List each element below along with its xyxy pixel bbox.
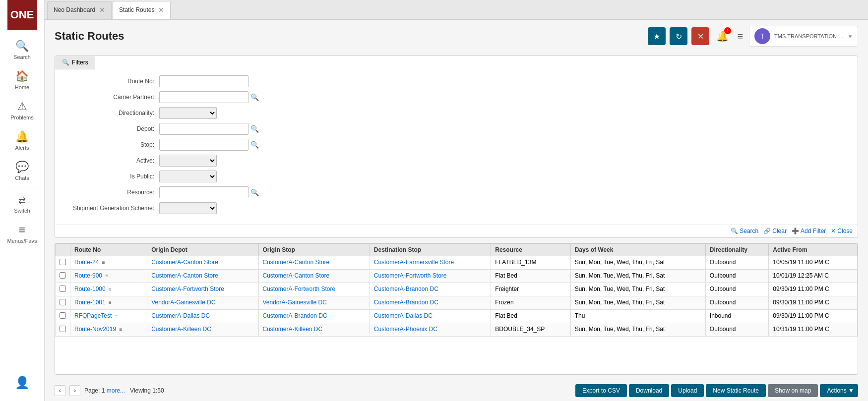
filter-label-route-no: Route No:	[65, 78, 159, 85]
origin-stop-link[interactable]: VendorA-Gainesville DC	[263, 299, 327, 306]
tab-close-static-routes[interactable]: ✕	[158, 6, 164, 13]
filter-select-shipment-gen[interactable]	[159, 202, 217, 214]
origin-stop-link[interactable]: CustomerA-Fortworth Store	[263, 286, 336, 292]
origin-stop-link[interactable]: CustomerA-Canton Store	[263, 259, 330, 266]
filter-select-directionality[interactable]: Inbound Outbound	[159, 107, 217, 119]
row-edit-icon[interactable]: ≡	[115, 313, 118, 319]
sidebar-item-chats[interactable]: 💬 Chats	[0, 156, 44, 186]
search-action-icon: 🔍	[731, 228, 738, 234]
origin-depot-link[interactable]: VendorA-Gainesville DC	[151, 299, 215, 306]
filter-search-action[interactable]: 🔍 Search	[731, 228, 758, 234]
route-no-link[interactable]: Route-Nov2019	[74, 326, 116, 333]
dest-stop-link[interactable]: CustomerA-Brandon DC	[374, 286, 438, 292]
origin-stop-link[interactable]: CustomerA-Brandon DC	[263, 312, 327, 319]
filter-tab[interactable]: 🔍 Filters	[55, 56, 95, 69]
sidebar-item-menus[interactable]: ≡ Menus/Favs	[0, 219, 44, 249]
depot-search-btn[interactable]: 🔍	[250, 125, 259, 133]
user-avatar-sidebar: 👤	[15, 376, 30, 390]
sidebar-item-search[interactable]: 🔍 Search	[0, 35, 44, 65]
row-checkbox[interactable]	[60, 286, 66, 292]
tab-neo-dashboard[interactable]: Neo Dashboard ✕	[47, 1, 112, 19]
sidebar-item-alerts[interactable]: 🔔 Alerts	[0, 125, 44, 156]
row-edit-icon[interactable]: ≡	[102, 260, 105, 265]
notification-badge: 1	[724, 27, 731, 34]
origin-depot-link[interactable]: CustomerA-Fortworth Store	[151, 286, 224, 292]
sidebar-item-user-profile[interactable]: 👤	[12, 371, 32, 396]
row-days: Sun, Mon, Tue, Wed, Thu, Fri, Sat	[570, 323, 705, 337]
origin-depot-link[interactable]: CustomerA-Killeen DC	[151, 326, 211, 333]
filter-panel: 🔍 Filters Route No: Carrier Partner: 🔍	[55, 56, 858, 238]
filter-input-route-no[interactable]	[159, 75, 248, 87]
star-button[interactable]: ★	[648, 27, 666, 45]
route-no-link[interactable]: Route-24	[74, 259, 99, 266]
dest-stop-link[interactable]: CustomerA-Fortworth Store	[374, 272, 447, 279]
download-button[interactable]: Download	[629, 384, 669, 397]
route-no-link[interactable]: Route-1001	[74, 299, 106, 306]
route-no-link[interactable]: Route-900	[74, 272, 102, 279]
refresh-button[interactable]: ↻	[670, 27, 687, 45]
export-csv-button[interactable]: Export to CSV	[575, 384, 627, 397]
filter-input-depot[interactable]	[159, 123, 248, 135]
sidebar-item-problems[interactable]: ⚠ Problems	[0, 95, 44, 125]
close-filter-label: Close	[837, 228, 853, 234]
next-page-btn[interactable]: ›	[69, 385, 80, 396]
hamburger-menu[interactable]: ≡	[735, 29, 745, 44]
origin-depot-link[interactable]: CustomerA-Canton Store	[151, 259, 218, 266]
notification-bell[interactable]: 🔔 1	[713, 27, 731, 45]
route-no-link[interactable]: RFQPageTest	[74, 312, 112, 319]
actions-button[interactable]: Actions ▼	[820, 384, 858, 397]
dest-stop-link[interactable]: CustomerA-Brandon DC	[374, 299, 438, 306]
filter-label-carrier-partner: Carrier Partner:	[65, 94, 159, 101]
row-edit-icon[interactable]: ≡	[109, 300, 112, 305]
row-edit-icon[interactable]: ≡	[105, 273, 108, 279]
tab-static-routes[interactable]: Static Routes ✕	[113, 1, 171, 19]
row-dest-stop: CustomerA-Phoenix DC	[370, 323, 491, 337]
row-edit-icon[interactable]: ≡	[119, 327, 122, 332]
resource-search-btn[interactable]: 🔍	[250, 188, 259, 196]
filter-input-resource[interactable]	[159, 186, 248, 198]
row-checkbox[interactable]	[60, 326, 66, 332]
filter-row-shipment-gen: Shipment Generation Scheme:	[65, 202, 848, 214]
sidebar-item-label: Problems	[10, 115, 33, 120]
row-checkbox[interactable]	[60, 259, 66, 265]
col-header-route-no: Route No	[70, 244, 147, 256]
row-checkbox[interactable]	[60, 312, 66, 319]
origin-stop-link[interactable]: CustomerA-Canton Store	[263, 272, 330, 279]
stop-search-btn[interactable]: 🔍	[250, 141, 259, 149]
row-checkbox[interactable]	[60, 299, 66, 305]
prev-page-btn[interactable]: ‹	[55, 385, 65, 396]
filter-input-stop[interactable]	[159, 139, 248, 151]
table-row: RFQPageTest ≡ CustomerA-Dallas DC Custom…	[56, 310, 858, 323]
filter-add-action[interactable]: ➕ Add Filter	[792, 228, 826, 234]
table-scroll[interactable]: Route No Origin Depot Origin Stop Destin…	[55, 243, 858, 374]
filter-row-stop: Stop: 🔍	[65, 139, 848, 151]
carrier-partner-search-btn[interactable]: 🔍	[250, 93, 259, 101]
route-no-link[interactable]: Route-1000	[74, 286, 106, 292]
upload-button[interactable]: Upload	[671, 384, 704, 397]
filter-select-is-public[interactable]: Yes No	[159, 171, 217, 182]
dest-stop-link[interactable]: CustomerA-Dallas DC	[374, 312, 433, 319]
filter-select-active[interactable]: Yes No	[159, 155, 217, 167]
dest-stop-link[interactable]: CustomerA-Phoenix DC	[374, 326, 437, 333]
close-button[interactable]: ✕	[691, 27, 709, 45]
user-info-panel[interactable]: T TMS.TRANSPORTATION MANAGER ▼	[749, 26, 858, 47]
origin-depot-link[interactable]: CustomerA-Canton Store	[151, 272, 218, 279]
home-icon: 🏠	[15, 70, 29, 83]
show-on-map-button[interactable]: Show on map	[768, 384, 818, 397]
origin-depot-link[interactable]: CustomerA-Dallas DC	[151, 312, 210, 319]
dest-stop-link[interactable]: CustomerA-Farmersville Store	[374, 259, 454, 266]
page-header: Static Routes ★ ↻ ✕ 🔔 1 ≡ T	[45, 20, 868, 51]
origin-stop-link[interactable]: CustomerA-Killeen DC	[263, 326, 323, 333]
sidebar-item-home[interactable]: 🏠 Home	[0, 65, 44, 95]
close-icon: ✕	[697, 32, 704, 41]
new-static-route-button[interactable]: New Static Route	[706, 384, 766, 397]
more-pages-link[interactable]: more...	[107, 387, 125, 394]
row-directionality: Outbound	[705, 256, 768, 270]
tab-close-neo-dashboard[interactable]: ✕	[99, 6, 105, 13]
filter-input-carrier-partner[interactable]	[159, 91, 248, 103]
filter-clear-action[interactable]: 🔗 Clear	[763, 228, 787, 234]
row-edit-icon[interactable]: ≡	[109, 286, 112, 292]
sidebar-item-switch[interactable]: ⇄ Switch	[0, 190, 44, 219]
row-checkbox[interactable]	[60, 272, 66, 279]
filter-close-action[interactable]: ✕ Close	[831, 228, 853, 234]
